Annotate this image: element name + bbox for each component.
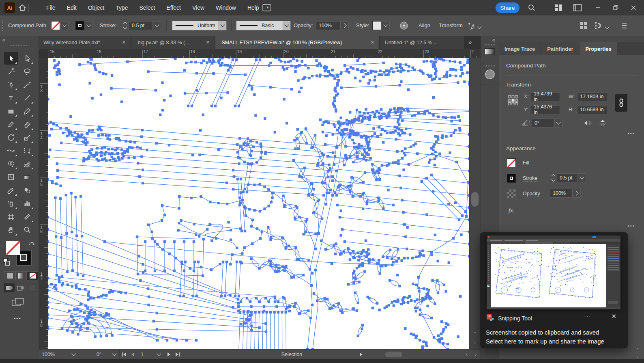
canvas[interactable] <box>48 58 469 349</box>
y-field[interactable]: 15.4376 in <box>531 105 560 114</box>
h-field[interactable]: 10.6593 in <box>577 105 608 114</box>
recolor-artwork-icon[interactable] <box>399 21 409 32</box>
vertical-ruler[interactable]: 131415161718 <box>39 58 48 349</box>
perspective-grid-tool[interactable] <box>20 158 34 170</box>
w-field[interactable]: 17.1803 in <box>577 92 608 101</box>
menu-effect[interactable]: Effect <box>161 4 187 11</box>
horizontal-scrollbar-thumb[interactable] <box>385 352 402 357</box>
controlbar-grip[interactable] <box>2 20 3 31</box>
slice-tool[interactable] <box>20 210 34 223</box>
last-artboard-icon[interactable] <box>173 350 182 359</box>
rotation-dropdown[interactable] <box>554 119 562 127</box>
horizontal-ruler[interactable]: 1516171819202122232 <box>48 49 482 58</box>
arrange-icon[interactable] <box>579 21 588 31</box>
panel-dock-icon[interactable] <box>573 4 582 13</box>
mesh-tool[interactable] <box>4 171 18 184</box>
gradient-tool[interactable] <box>20 171 34 184</box>
menu-type[interactable]: Type <box>110 4 133 11</box>
panel-tab-pathfinder[interactable]: Pathfinder <box>541 42 579 55</box>
draw-normal-button[interactable] <box>4 283 15 292</box>
appearance-stroke-swatch[interactable] <box>507 174 516 183</box>
style-swatch[interactable] <box>372 21 381 30</box>
line-segment-tool[interactable] <box>20 92 34 104</box>
type-tool[interactable]: T <box>4 92 18 104</box>
eyedropper-tool[interactable] <box>4 184 18 197</box>
snipping-tool-notification[interactable]: Snipping Tool ··· ✕ Screenshot copied to… <box>480 232 628 348</box>
width-profile-chevron[interactable] <box>219 21 227 30</box>
style-dropdown[interactable] <box>382 21 390 30</box>
style-label[interactable]: Style: <box>356 22 369 29</box>
next-artboard-icon[interactable] <box>164 350 173 359</box>
status-expand-icon[interactable] <box>359 352 363 357</box>
opacity-field[interactable]: 100% <box>316 21 341 30</box>
flip-vertical-icon[interactable] <box>598 119 608 128</box>
reference-point-icon[interactable] <box>507 94 519 108</box>
notification-more-icon[interactable]: ··· <box>584 313 591 320</box>
draw-inside-button[interactable] <box>27 283 37 292</box>
search-icon[interactable] <box>528 4 536 13</box>
menu-window[interactable]: Window <box>210 4 242 11</box>
width-profile-dropdown[interactable]: Uniform <box>172 21 219 30</box>
vertical-scrollbar[interactable]: ⌃ ⌄ <box>469 58 481 349</box>
zoom-select[interactable]: 100% <box>39 350 79 359</box>
x-field[interactable]: 19.4739 in <box>531 92 560 101</box>
scroll-down-icon[interactable]: ⌄ <box>473 340 477 344</box>
scroll-up-icon[interactable]: ⌃ <box>473 331 477 335</box>
toolbar-grip[interactable] <box>10 45 28 46</box>
transform-more-options[interactable]: ••• <box>628 131 635 136</box>
restore-button[interactable] <box>607 0 625 15</box>
workspace-switcher-icon[interactable] <box>554 4 563 13</box>
appearance-opacity-field[interactable]: 100% <box>550 189 573 198</box>
flip-horizontal-icon[interactable] <box>583 119 593 128</box>
zoom-tool[interactable] <box>20 224 34 236</box>
stroke-label[interactable]: Stroke: <box>100 22 116 29</box>
brush-chevron[interactable] <box>283 21 291 30</box>
magic-wand-tool[interactable] <box>4 65 18 78</box>
touch-workspace-icon[interactable] <box>262 3 272 14</box>
stroke-dropdown[interactable] <box>85 21 93 30</box>
appearance-opacity-label[interactable]: Opacity <box>523 191 540 197</box>
column-graph-tool[interactable] <box>20 197 34 210</box>
selection-panel-button[interactable] <box>481 63 499 84</box>
pencil-tool[interactable] <box>4 118 18 131</box>
edit-toolbar-icon[interactable]: ••• <box>14 316 21 322</box>
blend-tool[interactable] <box>20 184 34 197</box>
opacity-options[interactable] <box>341 21 349 30</box>
rotate-tool[interactable] <box>4 131 18 144</box>
minimize-button[interactable] <box>589 0 607 15</box>
panel-tab-properties[interactable]: Properties <box>580 42 617 55</box>
ruler-origin-corner[interactable] <box>39 49 48 58</box>
panel-tab-image-trace[interactable]: Image Trace <box>499 42 541 55</box>
scale-tool[interactable] <box>20 131 34 144</box>
opacity-label[interactable]: Opacity: <box>294 22 313 29</box>
document-tab-1[interactable]: Willy Wirehand Plate.dxf*✕ <box>39 36 131 49</box>
vertical-scrollbar-thumb[interactable] <box>471 192 479 207</box>
appearance-more-options[interactable]: ••• <box>628 223 635 228</box>
constrain-proportions-button[interactable] <box>615 94 627 112</box>
paintbrush-tool[interactable] <box>20 105 34 117</box>
lasso-tool[interactable] <box>20 65 34 78</box>
appearance-stroke-stepper[interactable] <box>550 173 556 182</box>
tab-close-icon[interactable]: ✕ <box>122 40 126 45</box>
gradient-panel-button[interactable] <box>481 42 499 63</box>
swap-fill-stroke-icon[interactable] <box>28 240 36 246</box>
document-tab-3[interactable]: .SMALL ETSY PREVIEW.ai* @ 100 % (RGB/Pre… <box>215 36 379 49</box>
appearance-stroke-dropdown[interactable] <box>578 173 586 182</box>
menu-help[interactable]: Help <box>242 4 265 11</box>
direct-selection-tool[interactable] <box>20 52 34 65</box>
align-button[interactable]: Align <box>419 22 430 29</box>
fx-button[interactable]: fx. <box>509 207 515 214</box>
scroll-left-icon[interactable]: ‹ <box>462 350 471 359</box>
appearance-fill-swatch[interactable] <box>507 158 516 167</box>
rectangle-tool[interactable] <box>4 105 18 117</box>
color-mode-button[interactable] <box>4 271 15 280</box>
appearance-stroke-field[interactable]: 0.5 pt <box>557 173 578 182</box>
stroke-weight-stepper[interactable] <box>122 21 128 30</box>
notification-close-icon[interactable]: ✕ <box>611 313 616 320</box>
none-mode-button[interactable] <box>27 271 38 280</box>
appearance-stroke-label[interactable]: Stroke <box>523 175 537 182</box>
stroke-weight-dropdown[interactable] <box>153 21 161 30</box>
scroll-right-icon[interactable]: › <box>471 350 480 359</box>
share-button[interactable]: Share <box>496 2 519 13</box>
fill-swatch[interactable] <box>51 21 60 30</box>
